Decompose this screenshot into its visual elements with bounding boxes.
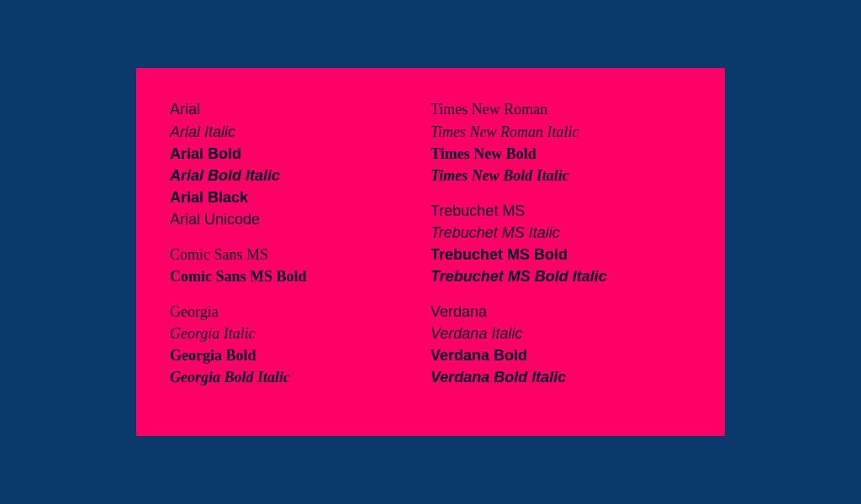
font-label: Verdana Bold (430, 344, 691, 366)
font-label: Arial Bold (170, 143, 430, 165)
left-column: ArialArial ItalicArial BoldArial Bold It… (170, 98, 430, 402)
font-label: Verdana Bold Italic (430, 366, 691, 388)
font-label: Times New Bold (430, 143, 691, 165)
font-label: Times New Bold Italic (430, 165, 691, 186)
georgia-group: GeorgiaGeorgia ItalicGeorgia BoldGeorgia… (170, 301, 430, 388)
font-label: Georgia (170, 301, 430, 323)
font-label: Comic Sans MS (170, 244, 430, 265)
font-label: Times New Roman (430, 98, 691, 120)
font-showcase-card: ArialArial ItalicArial BoldArial Bold It… (136, 68, 725, 435)
comic-sans-group: Comic Sans MSComic Sans MS Bold (170, 244, 430, 287)
times-group: Times New RomanTimes New Roman ItalicTim… (430, 98, 691, 186)
font-label: Trebuchet MS (430, 200, 691, 222)
font-label: Arial (170, 98, 430, 120)
font-label: Georgia Bold (170, 344, 430, 366)
font-label: Trebuchet MS Bold (430, 244, 691, 265)
font-label: Verdana (430, 301, 691, 323)
font-label: Arial Bold Italic (170, 165, 430, 186)
trebuchet-group: Trebuchet MSTrebuchet MS ItalicTrebuchet… (430, 200, 691, 287)
font-label: Arial Unicode (170, 208, 430, 230)
font-label: Times New Roman Italic (430, 121, 691, 143)
font-label: Trebuchet MS Italic (430, 222, 691, 244)
arial-group: ArialArial ItalicArial BoldArial Bold It… (170, 98, 430, 230)
right-column: Times New RomanTimes New Roman ItalicTim… (430, 98, 691, 402)
font-label: Arial Black (170, 186, 430, 208)
font-label: Arial Italic (170, 121, 430, 143)
font-label: Trebuchet MS Bold Italic (430, 265, 691, 287)
font-label: Georgia Bold Italic (170, 366, 430, 388)
font-label: Comic Sans MS Bold (170, 265, 430, 287)
font-label: Georgia Italic (170, 323, 430, 344)
font-label: Verdana Italic (430, 323, 691, 344)
verdana-group: VerdanaVerdana ItalicVerdana BoldVerdana… (430, 301, 691, 388)
